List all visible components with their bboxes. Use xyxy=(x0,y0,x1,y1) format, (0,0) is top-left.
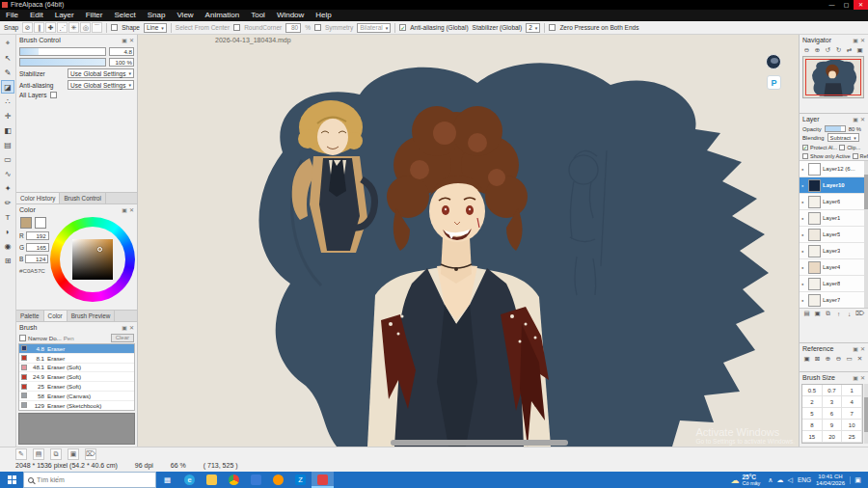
reference-tool-icon[interactable]: ⊖ xyxy=(834,355,843,363)
panel-tab[interactable]: Color History xyxy=(16,193,60,203)
show-only-active-checkbox[interactable] xyxy=(802,153,808,159)
blending-dropdown[interactable]: Subtract▾ xyxy=(827,133,859,142)
taskbar-search[interactable] xyxy=(23,472,156,488)
menu-item[interactable]: Edit xyxy=(24,10,49,21)
panel-pin-icon[interactable]: ▣ xyxy=(853,345,858,352)
menu-item[interactable]: File xyxy=(0,10,24,21)
brush-size-cell[interactable]: 5 xyxy=(802,408,823,420)
panel-close-icon[interactable]: ✕ xyxy=(860,37,865,43)
layer-row[interactable]: ● Layer7 xyxy=(800,292,868,309)
brush-size-cell[interactable]: 0.5 xyxy=(802,385,823,396)
layer-action-icon[interactable]: ⌦ xyxy=(855,310,864,317)
navigator-tool-icon[interactable]: ▣ xyxy=(855,46,864,54)
menu-item[interactable]: Help xyxy=(310,10,337,21)
navigator-tool-icon[interactable]: ⊖ xyxy=(802,46,811,54)
panel-close-icon[interactable]: ✕ xyxy=(860,374,865,381)
brush-size-cell[interactable]: 8 xyxy=(802,420,823,431)
menu-item[interactable]: Window xyxy=(271,10,310,21)
clipping-checkbox[interactable] xyxy=(839,145,845,150)
layer-row[interactable]: ● Layer3 xyxy=(800,243,868,259)
status-action-icon[interactable]: ⧉ xyxy=(50,448,62,460)
layer-action-icon[interactable]: ▤ xyxy=(802,310,811,317)
blue-value-input[interactable]: 124 xyxy=(25,255,48,263)
antialiasing-checkbox[interactable]: ✓ xyxy=(399,24,406,31)
symmetry-checkbox[interactable] xyxy=(314,24,321,31)
zero-pressure-checkbox[interactable] xyxy=(549,24,556,31)
reference-tool-icon[interactable]: ✕ xyxy=(855,355,864,363)
layer-row[interactable]: ● Layer6 xyxy=(800,194,868,210)
layer-action-icon[interactable]: ↓ xyxy=(845,311,854,317)
brush-item[interactable]: 129 Eraser (Sketchbook) xyxy=(19,401,134,411)
brush-item[interactable]: 58 Eraser (Canvas) xyxy=(19,392,134,401)
stabilizer-setting-dropdown[interactable]: Use Global Settings▾ xyxy=(68,68,134,78)
red-value-input[interactable]: 192 xyxy=(26,231,49,240)
snap-mode-icon[interactable]: ✳ xyxy=(68,22,79,33)
layer-visibility-icon[interactable]: ● xyxy=(801,265,806,270)
snap-mode-icon[interactable]: ⌒ xyxy=(92,22,102,33)
avatar[interactable] xyxy=(766,54,781,69)
brush-size-value[interactable]: 4.8 xyxy=(109,47,134,56)
all-layers-checkbox[interactable] xyxy=(50,92,57,98)
action-center-icon[interactable]: ▣ xyxy=(850,476,865,484)
clear-button[interactable]: Clear xyxy=(111,334,134,342)
taskbar-app-button[interactable] xyxy=(245,472,267,488)
brush-opacity-slider[interactable] xyxy=(19,58,106,67)
brush-item[interactable]: 24.9 Eraser (Soft) xyxy=(19,372,134,382)
brush-size-cell[interactable]: 7 xyxy=(842,408,862,420)
tool-button[interactable]: ✎ xyxy=(1,66,14,79)
layer-row[interactable]: ● Layer8 xyxy=(800,276,868,292)
layer-row[interactable]: ● Layer12 (6... xyxy=(800,161,868,177)
taskbar-app-button[interactable]: ▦ xyxy=(156,472,178,488)
shape-checkbox[interactable] xyxy=(111,24,118,31)
layer-row[interactable]: ● Layer5 xyxy=(800,227,868,243)
start-button[interactable] xyxy=(0,472,23,488)
brush-size-cell[interactable]: 6 xyxy=(823,408,843,420)
navigator-tool-icon[interactable]: ⇄ xyxy=(845,46,854,54)
panel-tab[interactable]: Brush Control xyxy=(60,193,106,203)
snap-mode-icon[interactable]: ⊘ xyxy=(22,22,33,33)
brush-size-cell[interactable]: 4 xyxy=(842,396,862,408)
brush-item[interactable]: 8.1 Eraser xyxy=(19,354,134,364)
menu-item[interactable]: Animation xyxy=(200,10,246,21)
menu-item[interactable]: Filter xyxy=(80,10,109,21)
artwork-image[interactable] xyxy=(138,35,799,447)
tool-button[interactable]: ◪ xyxy=(1,80,14,94)
reference-tool-icon[interactable]: ▣ xyxy=(802,355,811,363)
panel-close-icon[interactable]: ✕ xyxy=(860,116,865,122)
document-tab[interactable]: 2026-04-13_180434.mdp xyxy=(215,37,291,43)
roundcorner-checkbox[interactable] xyxy=(233,24,240,31)
status-action-icon[interactable]: ▤ xyxy=(33,448,44,460)
reference-checkbox[interactable] xyxy=(853,153,858,159)
menu-item[interactable]: Tool xyxy=(245,10,271,21)
canvas-horizontal-scrollbar[interactable] xyxy=(391,440,568,446)
panel-pin-icon[interactable]: ▣ xyxy=(853,116,858,122)
snap-mode-icon[interactable]: ⋰ xyxy=(57,22,68,33)
opacity-slider[interactable] xyxy=(825,125,846,132)
status-action-icon[interactable]: ▣ xyxy=(68,448,79,460)
snap-mode-icon[interactable]: ∥ xyxy=(34,22,44,33)
tool-button[interactable]: ✏ xyxy=(1,196,14,209)
panel-pin-icon[interactable]: ▣ xyxy=(122,37,127,43)
saturation-box[interactable] xyxy=(72,239,113,280)
brush-item[interactable]: 25 Eraser (Soft) xyxy=(19,382,134,392)
tool-button[interactable]: ▤ xyxy=(1,138,14,151)
brush-size-cell[interactable]: 3 xyxy=(823,396,843,408)
layer-visibility-icon[interactable]: ● xyxy=(801,183,806,188)
tool-button[interactable]: ✦ xyxy=(1,181,14,195)
layer-visibility-icon[interactable]: ● xyxy=(801,298,806,303)
brush-size-cell[interactable]: 1 xyxy=(842,385,862,396)
status-action-icon[interactable]: ⌦ xyxy=(85,448,96,460)
tool-button[interactable]: ∴ xyxy=(1,95,14,108)
taskbar-app-button[interactable]: Z xyxy=(289,472,312,488)
panel-close-icon[interactable]: ✕ xyxy=(129,324,134,331)
taskbar-app-button[interactable] xyxy=(267,472,289,488)
panel-close-icon[interactable]: ✕ xyxy=(129,206,134,213)
tool-button[interactable]: ✛ xyxy=(1,109,14,122)
reference-tool-icon[interactable]: ⊕ xyxy=(824,355,832,363)
panel-pin-icon[interactable]: ▣ xyxy=(122,324,127,331)
brush-size-scrollbar[interactable] xyxy=(864,384,868,444)
layer-visibility-icon[interactable]: ● xyxy=(801,216,806,221)
taskbar-app-button[interactable] xyxy=(201,472,223,488)
layer-row[interactable]: ● Layer4 xyxy=(800,259,868,276)
tool-button[interactable]: ◧ xyxy=(1,123,14,137)
